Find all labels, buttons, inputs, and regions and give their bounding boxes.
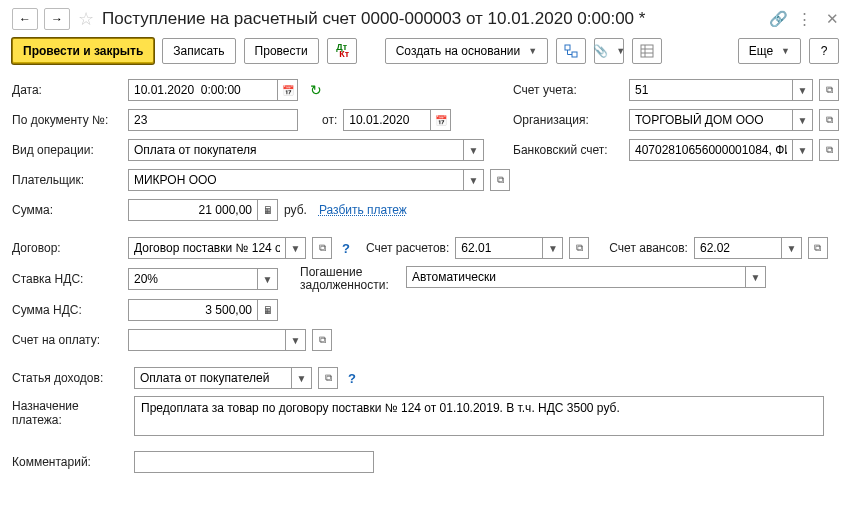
dropdown-arrow-icon: ▼ [616,46,625,56]
invoice-input[interactable] [128,329,286,351]
dropdown-btn[interactable]: ▼ [793,79,813,101]
close-icon[interactable]: ✕ [826,10,839,28]
paperclip-icon: 📎 [593,44,608,58]
open-ref-button[interactable]: ⧉ [808,237,828,259]
refresh-arrow-icon[interactable]: ↻ [310,82,322,98]
calendar-icon[interactable]: 📅 [431,109,451,131]
dropdown-btn[interactable]: ▼ [793,139,813,161]
help-icon[interactable]: ? [342,241,350,256]
calculator-icon[interactable]: 🖩 [258,199,278,221]
currency-label: руб. [284,203,307,217]
income-item-label: Статья доходов: [12,371,128,385]
from-label: от: [322,113,337,127]
open-ref-button[interactable]: ⧉ [819,139,839,161]
svg-rect-0 [565,45,570,50]
open-ref-button[interactable]: ⧉ [318,367,338,389]
settle-acc-label: Счет расчетов: [366,241,449,255]
op-type-label: Вид операции: [12,143,122,157]
dropdown-btn[interactable]: ▼ [746,266,766,288]
page-title: Поступление на расчетный счет 0000-00000… [102,9,762,29]
contract-label: Договор: [12,241,122,255]
save-button[interactable]: Записать [162,38,235,64]
dropdown-btn[interactable]: ▼ [286,237,306,259]
create-based-label: Создать на основании [396,44,521,58]
op-type-input[interactable] [128,139,464,161]
favorite-star-icon[interactable]: ☆ [78,8,94,30]
date-label: Дата: [12,83,122,97]
contract-input[interactable] [128,237,286,259]
payment-purpose-input[interactable] [134,396,824,436]
date-input[interactable] [128,79,278,101]
post-button[interactable]: Провести [244,38,319,64]
svg-rect-2 [641,45,653,57]
vat-sum-label: Сумма НДС: [12,303,122,317]
dropdown-btn[interactable]: ▼ [286,329,306,351]
comment-input[interactable] [134,451,374,473]
income-item-input[interactable] [134,367,292,389]
sum-input[interactable] [128,199,258,221]
kebab-menu-icon[interactable]: ⋮ [794,10,814,28]
dtkt-icon: ДтКт [334,44,349,58]
doc-number-input[interactable] [128,109,298,131]
dropdown-btn[interactable]: ▼ [793,109,813,131]
help-button[interactable]: ? [809,38,839,64]
structure-button[interactable] [556,38,586,64]
report-button[interactable] [632,38,662,64]
debit-credit-button[interactable]: ДтКт [327,38,357,64]
grid-icon [640,44,654,58]
payer-label: Плательщик: [12,173,122,187]
dropdown-btn[interactable]: ▼ [543,237,563,259]
open-ref-button[interactable]: ⧉ [312,237,332,259]
org-input[interactable] [629,109,793,131]
link-icon[interactable]: 🔗 [768,10,788,28]
advance-acc-label: Счет авансов: [609,241,688,255]
post-and-close-button[interactable]: Провести и закрыть [12,38,154,64]
vat-rate-label: Ставка НДС: [12,272,122,286]
purpose-label: Назначение платежа: [12,396,128,427]
more-button[interactable]: Еще ▼ [738,38,801,64]
calendar-icon[interactable]: 📅 [278,79,298,101]
help-icon[interactable]: ? [348,371,356,386]
debt-repay-label-2: задолженности: [300,279,400,292]
split-payment-link[interactable]: Разбить платеж [319,203,407,217]
svg-rect-1 [572,52,577,57]
dropdown-btn[interactable]: ▼ [292,367,312,389]
account-label: Счет учета: [513,83,623,97]
doc-no-label: По документу №: [12,113,122,127]
dropdown-arrow-icon: ▼ [528,46,537,56]
create-based-on-button[interactable]: Создать на основании ▼ [385,38,548,64]
open-ref-button[interactable]: ⧉ [312,329,332,351]
debt-repay-input[interactable] [406,266,746,288]
comment-label: Комментарий: [12,455,128,469]
advance-acc-input[interactable] [694,237,782,259]
open-ref-button[interactable]: ⧉ [819,79,839,101]
dropdown-btn[interactable]: ▼ [782,237,802,259]
more-label: Еще [749,44,773,58]
dropdown-btn[interactable]: ▼ [258,268,278,290]
sum-label: Сумма: [12,203,122,217]
invoice-label: Счет на оплату: [12,333,122,347]
dropdown-btn[interactable]: ▼ [464,169,484,191]
vat-sum-input[interactable] [128,299,258,321]
dropdown-btn[interactable]: ▼ [464,139,484,161]
settle-acc-input[interactable] [455,237,543,259]
payer-input[interactable] [128,169,464,191]
dropdown-arrow-icon: ▼ [781,46,790,56]
nav-back-button[interactable]: ← [12,8,38,30]
attachment-button[interactable]: 📎 ▼ [594,38,624,64]
bank-acc-label: Банковский счет: [513,143,623,157]
calculator-icon[interactable]: 🖩 [258,299,278,321]
open-ref-button[interactable]: ⧉ [490,169,510,191]
open-ref-button[interactable]: ⧉ [569,237,589,259]
open-ref-button[interactable]: ⧉ [819,109,839,131]
doc-date-input[interactable] [343,109,431,131]
vat-rate-input[interactable] [128,268,258,290]
nav-forward-button[interactable]: → [44,8,70,30]
hierarchy-icon [564,44,578,58]
bank-acc-input[interactable] [629,139,793,161]
org-label: Организация: [513,113,623,127]
account-input[interactable] [629,79,793,101]
